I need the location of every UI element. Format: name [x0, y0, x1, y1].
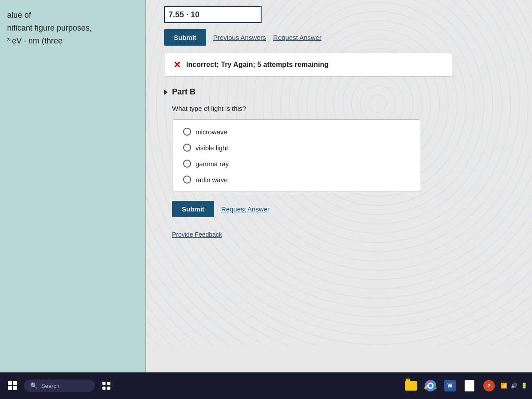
word-button[interactable]: W	[442, 378, 458, 394]
answer-input[interactable]	[164, 6, 262, 23]
powerpoint-icon: P	[483, 380, 495, 391]
sidebar-panel: alue of nificant figure purposes, ³ eV ·…	[0, 0, 146, 372]
wifi-icon: 📶	[501, 383, 507, 389]
request-answer-link[interactable]: Request Answer	[273, 34, 321, 41]
content-area: Submit Previous Answers Request Answer ✕…	[146, 0, 532, 372]
radio-radio-wave[interactable]	[183, 176, 191, 184]
option-microwave[interactable]: microwave	[183, 128, 409, 136]
battery-icon: 🔋	[521, 383, 528, 389]
content-inner: Submit Previous Answers Request Answer ✕…	[146, 0, 532, 247]
part-b-question: What type of light is this?	[172, 105, 514, 112]
radio-microwave[interactable]	[183, 128, 191, 136]
option-visible-light-label: visible light	[196, 144, 228, 152]
search-label: Search	[41, 383, 59, 389]
word-icon: W	[444, 380, 456, 391]
part-a-submit-button[interactable]: Submit	[164, 29, 206, 46]
part-b-request-answer-link[interactable]: Request Answer	[221, 205, 270, 213]
search-icon: 🔍	[30, 382, 38, 389]
file-explorer-icon	[405, 381, 417, 391]
svg-rect-3	[107, 387, 110, 390]
part-b-submit-row: Submit Request Answer	[172, 201, 514, 217]
collapse-triangle-icon[interactable]	[164, 90, 168, 95]
task-view-button[interactable]	[98, 378, 114, 394]
svg-rect-0	[102, 382, 106, 385]
chrome-button[interactable]	[422, 378, 438, 394]
sidebar-line2: nificant figure purposes,	[7, 22, 139, 35]
options-box: microwave visible light gamma ray radio …	[172, 119, 420, 192]
radio-gamma-ray[interactable]	[183, 160, 191, 168]
part-b-label: Part B	[172, 87, 196, 97]
chrome-icon	[424, 379, 437, 392]
svg-rect-2	[102, 387, 106, 390]
svg-point-6	[429, 384, 432, 387]
task-view-icon	[102, 381, 111, 390]
volume-icon: 🔊	[511, 383, 517, 389]
option-microwave-label: microwave	[196, 128, 227, 136]
option-visible-light[interactable]: visible light	[183, 144, 409, 152]
error-icon: ✕	[173, 59, 181, 70]
powerpoint-button[interactable]: P	[481, 378, 497, 394]
answer-input-row	[164, 4, 514, 23]
file-explorer-button[interactable]	[403, 378, 419, 394]
option-radio-wave[interactable]: radio wave	[183, 176, 409, 184]
document-button[interactable]	[462, 378, 477, 394]
part-a-submit-row: Submit Previous Answers Request Answer	[164, 29, 514, 46]
system-tray: 📶 🔊 🔋	[501, 383, 528, 389]
sidebar-text: alue of nificant figure purposes, ³ eV ·…	[7, 9, 139, 47]
sidebar-line3: ³ eV · nm (three	[7, 35, 139, 47]
svg-rect-1	[107, 382, 110, 385]
previous-answers-link[interactable]: Previous Answers	[213, 34, 266, 41]
main-content: alue of nificant figure purposes, ³ eV ·…	[0, 0, 532, 372]
error-box: ✕ Incorrect; Try Again; 5 attempts remai…	[164, 53, 452, 77]
taskbar-search[interactable]: 🔍 Search	[24, 379, 95, 392]
windows-icon	[8, 381, 17, 390]
option-gamma-ray[interactable]: gamma ray	[183, 160, 409, 168]
radio-visible-light[interactable]	[183, 144, 191, 152]
part-b-submit-button[interactable]: Submit	[172, 201, 214, 217]
error-message: Incorrect; Try Again; 5 attempts remaini…	[186, 61, 329, 69]
taskbar: 🔍 Search W	[0, 372, 532, 399]
sidebar-line1: alue of	[7, 9, 139, 22]
document-icon	[465, 380, 474, 391]
start-button[interactable]	[4, 378, 20, 394]
option-gamma-ray-label: gamma ray	[196, 160, 229, 168]
option-radio-wave-label: radio wave	[196, 176, 228, 184]
part-b-header-row: Part B	[164, 87, 514, 97]
provide-feedback-link[interactable]: Provide Feedback	[172, 231, 222, 238]
